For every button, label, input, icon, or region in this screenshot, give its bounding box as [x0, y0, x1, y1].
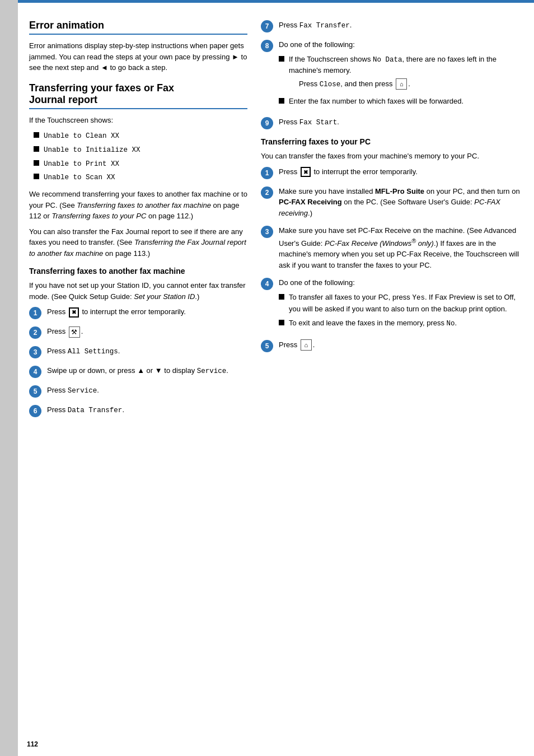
step-2: 2 Press ⚒.	[29, 326, 247, 339]
step-1: 1 Press ✖ to interrupt the error tempora…	[29, 306, 247, 319]
pc-step-1-content: Press ✖ to interrupt the error temporari…	[279, 166, 523, 178]
transfer-another-fax-subtitle: Transferring faxes to another fax machin…	[29, 267, 247, 276]
pc-step-1: 1 Press ✖ to interrupt the error tempora…	[261, 166, 523, 179]
pc-step-circle-5: 5	[261, 340, 273, 352]
step-circle-9: 9	[261, 117, 273, 129]
step-3-content: Press All Settings.	[47, 346, 247, 357]
step-circle-4: 4	[29, 366, 41, 378]
transfer-another-fax-section: Transferring faxes to another fax machin…	[29, 267, 247, 417]
home-icon: ⌂	[396, 78, 407, 90]
bullet-icon	[279, 56, 284, 62]
transfer-para1: We recommend transferring your faxes to …	[29, 189, 247, 222]
pc-step-3: 3 Make sure you have set PC-Fax Receive …	[261, 225, 523, 270]
transfer-section: Transferring your faxes or FaxJournal re…	[29, 82, 247, 259]
step-8-bullets: If the Touchscreen shows No Data, there …	[279, 54, 523, 107]
left-sidebar	[0, 0, 18, 756]
error-codes-list: Unable to Clean XX Unable to Initialize …	[29, 130, 247, 183]
transfer-intro: If the Touchscreen shows:	[29, 115, 247, 126]
list-item: To exit and leave the faxes in the memor…	[279, 318, 523, 329]
list-item: If the Touchscreen shows No Data, there …	[279, 54, 523, 92]
wrench-icon: ⚒	[69, 326, 80, 338]
step-8-content: Do one of the following: If the Touchscr…	[279, 39, 523, 110]
step-8: 8 Do one of the following: If the Touchs…	[261, 39, 523, 110]
pc-step-4-content: Do one of the following: To transfer all…	[279, 277, 523, 333]
transfer-pc-intro: You can transfer the faxes from your mac…	[261, 151, 523, 162]
step-6: 6 Press Data Transfer.	[29, 404, 247, 417]
pc-step-circle-2: 2	[261, 186, 273, 199]
step-6-content: Press Data Transfer.	[47, 404, 247, 416]
list-item: Unable to Clean XX	[34, 130, 247, 142]
step-9-content: Press Fax Start.	[279, 116, 523, 128]
x-icon: ✖	[301, 167, 311, 177]
error-animation-title: Error animation	[29, 20, 247, 35]
pc-step-5: 5 Press ⌂.	[261, 339, 523, 352]
pc-step-2: 2 Make sure you have installed MFL-Pro S…	[261, 186, 523, 219]
bullet-icon	[34, 160, 39, 166]
step-4: 4 Swipe up or down, or press ▲ or ▼ to d…	[29, 365, 247, 378]
list-item: Unable to Print XX	[34, 158, 247, 170]
top-accent-bar	[18, 0, 534, 3]
step-circle-5: 5	[29, 385, 41, 398]
right-column: 7 Press Fax Transfer. 8 Do one of the fo…	[261, 20, 523, 739]
transfer-pc-section: Transferring faxes to your PC You can tr…	[261, 137, 523, 352]
list-item: Unable to Scan XX	[34, 171, 247, 183]
bullet-icon	[279, 98, 284, 104]
step-circle-2: 2	[29, 326, 41, 339]
step-circle-8: 8	[261, 40, 273, 52]
left-column: Error animation Error animations display…	[29, 20, 247, 739]
error-animation-body: Error animations display step-by-step in…	[29, 40, 247, 73]
pc-step-5-content: Press ⌂.	[279, 339, 523, 351]
step-8-sub: Press Close, and then press ⌂.	[289, 78, 523, 90]
transfer-another-fax-intro: If you have not set up your Station ID, …	[29, 280, 247, 302]
step-circle-3: 3	[29, 346, 41, 358]
step-circle-6: 6	[29, 405, 41, 417]
pc-step-circle-1: 1	[261, 167, 273, 179]
transfer-para2: You can also transfer the Fax Journal re…	[29, 226, 247, 259]
step-5-content: Press Service.	[47, 385, 247, 396]
step-4-content: Swipe up or down, or press ▲ or ▼ to dis…	[47, 365, 247, 377]
step-3: 3 Press All Settings.	[29, 346, 247, 358]
list-item: Unable to Initialize XX	[34, 144, 247, 156]
x-icon: ✖	[69, 307, 79, 318]
transfer-pc-subtitle: Transferring faxes to your PC	[261, 137, 523, 146]
bullet-icon	[34, 132, 39, 138]
pc-step-4: 4 Do one of the following: To transfer a…	[261, 277, 523, 333]
bullet-icon	[34, 146, 39, 152]
step-7-content: Press Fax Transfer.	[279, 20, 523, 31]
step-2-content: Press ⚒.	[47, 326, 247, 338]
step-9: 9 Press Fax Start.	[261, 116, 523, 129]
step-circle-7: 7	[261, 20, 273, 32]
step-circle-1: 1	[29, 307, 41, 319]
list-item: Enter the fax number to which faxes will…	[279, 96, 523, 107]
pc-step-4-bullets: To transfer all faxes to your PC, press …	[279, 292, 523, 329]
pc-step-circle-3: 3	[261, 226, 273, 238]
bullet-icon	[279, 294, 284, 300]
pc-step-circle-4: 4	[261, 278, 273, 290]
pc-step-2-content: Make sure you have installed MFL-Pro Sui…	[279, 186, 523, 219]
page-number: 112	[27, 740, 38, 748]
step-5: 5 Press Service.	[29, 385, 247, 398]
bullet-icon	[34, 174, 39, 179]
step-7: 7 Press Fax Transfer.	[261, 20, 523, 32]
pc-step-3-content: Make sure you have set PC-Fax Receive on…	[279, 225, 523, 270]
step-1-content: Press ✖ to interrupt the error temporari…	[47, 306, 247, 318]
bullet-icon	[279, 320, 284, 325]
home-icon: ⌂	[301, 339, 312, 351]
transfer-section-title: Transferring your faxes or FaxJournal re…	[29, 82, 247, 109]
error-animation-section: Error animation Error animations display…	[29, 20, 247, 73]
list-item: To transfer all faxes to your PC, press …	[279, 292, 523, 314]
